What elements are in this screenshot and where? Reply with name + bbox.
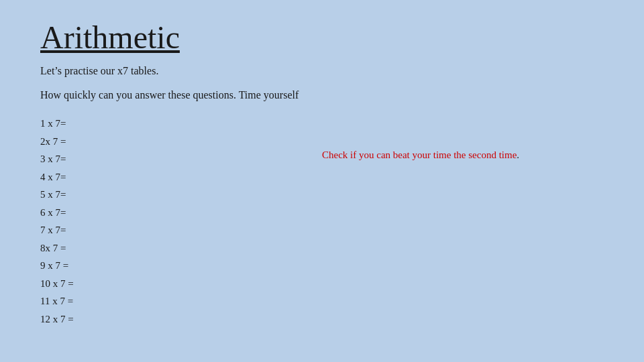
instruction-text: How quickly can you answer these questio… xyxy=(40,89,604,101)
question-9: 9 x 7 = xyxy=(40,258,604,274)
question-11: 11 x 7 = xyxy=(40,294,604,309)
question-4: 4 x 7= xyxy=(40,170,604,185)
question-7: 7 x 7= xyxy=(40,223,604,238)
questions-area: 1 x 7= 2x 7 = 3 x 7= 4 x 7= 5 x 7= 6 x 7… xyxy=(40,116,604,326)
question-12: 12 x 7 = xyxy=(40,312,604,327)
question-2: 2x 7 = xyxy=(40,134,604,149)
page-title: Arithmetic xyxy=(40,19,604,56)
question-6: 6 x 7= xyxy=(40,205,604,221)
question-5: 5 x 7= xyxy=(40,187,604,202)
check-text: Check if you can beat your time the seco… xyxy=(322,149,519,161)
question-10: 10 x 7 = xyxy=(40,276,604,292)
question-1: 1 x 7= xyxy=(40,116,604,131)
question-8: 8x 7 = xyxy=(40,241,604,256)
subtitle-text: Let’s practise our x7 tables. xyxy=(40,65,604,77)
page-container: Arithmetic Let’s practise our x7 tables.… xyxy=(0,0,644,362)
